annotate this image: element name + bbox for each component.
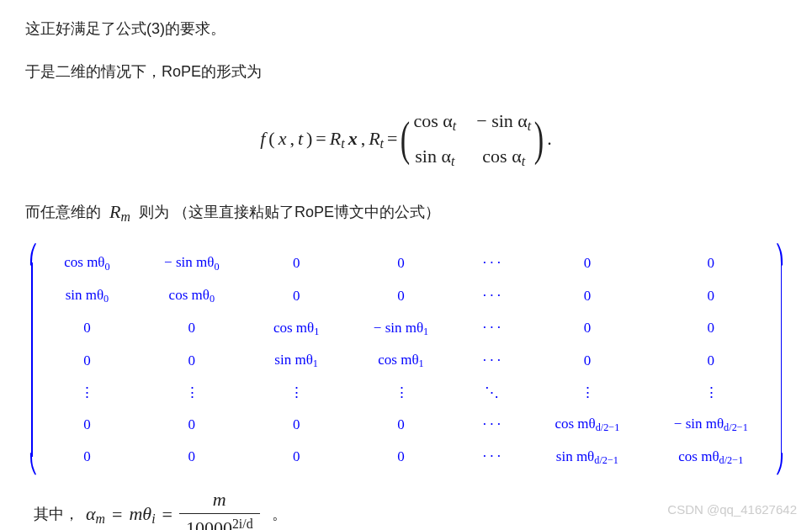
sym-R2-sub: t bbox=[380, 136, 384, 151]
matrix-cell-r5-c5: cos mθd/2−1 bbox=[541, 412, 633, 437]
eq2: = bbox=[162, 500, 172, 529]
matrix-cell-r0-c4: · · · bbox=[469, 252, 514, 274]
big-matrix-grid: cos mθ0− sin mθ000· · ·00sin mθ0cos mθ00… bbox=[40, 246, 772, 474]
matrix-cell-r4-c0: ⋮ bbox=[50, 381, 124, 404]
matrix-2x2: cos αt − sin αt sin αt cos αt bbox=[413, 106, 531, 172]
matrix-cell-r6-c6: cos mθd/2−1 bbox=[661, 445, 762, 469]
matrix-cell-r4-c5: ⋮ bbox=[541, 381, 633, 404]
sym-period: . bbox=[547, 124, 552, 153]
matrix-cell-r0-c2: 0 bbox=[260, 252, 333, 274]
matrix-cell-r4-c3: ⋮ bbox=[360, 381, 443, 404]
matrix-cell-r2-c3: − sin mθ1 bbox=[360, 316, 443, 341]
alpha: α bbox=[86, 503, 96, 524]
m01: − sin α bbox=[476, 110, 528, 131]
Rm-symbol: Rm bbox=[106, 197, 134, 227]
den-base: 10000 bbox=[186, 517, 232, 530]
frac-num: m bbox=[206, 489, 233, 512]
formula-2d-rope: f ( x , t ) = Rt x , Rt = ( cos αt − sin… bbox=[25, 106, 787, 172]
m00: cos α bbox=[413, 110, 452, 131]
end-punct: 。 bbox=[272, 502, 287, 527]
sym-eq2: = bbox=[387, 124, 397, 153]
Rm-m: m bbox=[120, 209, 130, 224]
matrix-cell-r6-c1: 0 bbox=[151, 445, 233, 468]
paragraph-3: 而任意维的 Rm 则为 （这里直接粘贴了RoPE博文中的公式） bbox=[25, 197, 787, 227]
matrix-cell-r0-c6: 0 bbox=[661, 252, 762, 274]
matrix-cell-r0-c3: 0 bbox=[360, 252, 443, 274]
sym-comma2: , bbox=[361, 124, 366, 153]
matrix-cell-r3-c1: 0 bbox=[151, 349, 233, 372]
matrix-cell-r0-c1: − sin mθ0 bbox=[151, 251, 233, 275]
big-paren-right: ⎞⎠ bbox=[772, 246, 787, 474]
frac-den: 100002i/d bbox=[179, 513, 260, 530]
paren-left: ( bbox=[401, 119, 410, 160]
matrix-cell-r5-c1: 0 bbox=[151, 413, 233, 436]
matrix-cell-r3-c3: cos mθ1 bbox=[360, 348, 443, 373]
m00-sub: t bbox=[453, 119, 456, 133]
sym-xbold: x bbox=[348, 124, 358, 153]
p4-pre: 其中， bbox=[34, 502, 79, 527]
matrix-cell-r1-c5: 0 bbox=[541, 284, 633, 307]
p3-post: 则为 （这里直接粘贴了RoPE博文中的公式） bbox=[139, 200, 440, 225]
matrix-cell-r1-c3: 0 bbox=[360, 284, 443, 307]
sym-R1: R bbox=[330, 128, 341, 149]
big-rotation-matrix: ⎛⎝ cos mθ0− sin mθ000· · ·00sin mθ0cos m… bbox=[25, 246, 787, 474]
paragraph-2: 于是二维的情况下，RoPE的形式为 bbox=[25, 60, 787, 84]
m11: cos α bbox=[482, 146, 521, 167]
m01-sub: t bbox=[528, 119, 531, 133]
sym-R1-sub: t bbox=[341, 136, 344, 151]
matrix-cell-r3-c0: 0 bbox=[50, 349, 124, 372]
m: m bbox=[129, 503, 142, 524]
alpha-sub: m bbox=[96, 511, 105, 526]
eq1: = bbox=[112, 500, 122, 529]
matrix-cell-r4-c2: ⋮ bbox=[260, 381, 333, 404]
matrix-cell-r0-c0: cos mθ0 bbox=[50, 251, 124, 275]
matrix-cell-r5-c6: − sin mθd/2−1 bbox=[661, 412, 762, 437]
Rm-R: R bbox=[109, 201, 120, 222]
matrix-cell-r5-c4: · · · bbox=[469, 413, 514, 436]
matrix-cell-r1-c4: · · · bbox=[469, 284, 514, 307]
matrix-cell-r5-c2: 0 bbox=[260, 413, 333, 436]
watermark: CSDN @qq_41627642 bbox=[667, 500, 797, 520]
paragraph-1: 这正好满足了公式(3)的要求。 bbox=[25, 17, 787, 41]
sym-comma: , bbox=[289, 124, 295, 153]
sym-t: t bbox=[298, 124, 303, 153]
matrix-cell-r1-c0: sin mθ0 bbox=[50, 284, 124, 308]
matrix-cell-r6-c3: 0 bbox=[360, 445, 443, 468]
theta-sub: i bbox=[151, 511, 155, 526]
matrix-cell-r2-c6: 0 bbox=[661, 316, 762, 339]
matrix-cell-r1-c1: cos mθ0 bbox=[151, 284, 233, 308]
matrix-cell-r4-c6: ⋮ bbox=[661, 381, 762, 404]
sym-lparen: ( bbox=[268, 124, 274, 153]
matrix-cell-r3-c2: sin mθ1 bbox=[260, 348, 333, 373]
matrix-cell-r4-c4: ⋱ bbox=[469, 381, 514, 404]
fraction: m 100002i/d bbox=[179, 489, 260, 530]
den-exp: 2i/d bbox=[232, 517, 253, 530]
matrix-cell-r1-c2: 0 bbox=[260, 284, 333, 307]
paren-right: ) bbox=[534, 119, 544, 160]
matrix-cell-r3-c5: 0 bbox=[541, 349, 633, 372]
m10-sub: t bbox=[451, 154, 454, 168]
matrix-cell-r3-c4: · · · bbox=[469, 349, 514, 372]
matrix-cell-r5-c0: 0 bbox=[50, 413, 124, 436]
matrix-cell-r4-c1: ⋮ bbox=[151, 381, 233, 404]
matrix-cell-r6-c4: · · · bbox=[469, 445, 514, 468]
sym-R2: R bbox=[369, 128, 379, 149]
matrix-cell-r3-c6: 0 bbox=[661, 349, 762, 372]
matrix-cell-r2-c5: 0 bbox=[541, 316, 633, 339]
sym-x: x bbox=[279, 124, 287, 153]
matrix-cell-r2-c0: 0 bbox=[50, 316, 124, 339]
sym-f: f bbox=[260, 124, 265, 153]
matrix-cell-r2-c1: 0 bbox=[151, 316, 233, 339]
matrix-cell-r6-c2: 0 bbox=[260, 445, 333, 468]
m11-sub: t bbox=[522, 154, 525, 168]
p3-pre: 而任意维的 bbox=[25, 200, 101, 225]
matrix-cell-r6-c0: 0 bbox=[50, 445, 124, 468]
matrix-cell-r2-c4: · · · bbox=[469, 316, 514, 339]
matrix-cell-r0-c5: 0 bbox=[541, 252, 633, 274]
sym-eq: = bbox=[316, 124, 326, 153]
big-paren-left: ⎛⎝ bbox=[25, 246, 40, 474]
matrix-cell-r2-c2: cos mθ1 bbox=[260, 316, 333, 341]
sym-rparen: ) bbox=[306, 124, 312, 153]
matrix-cell-r6-c5: sin mθd/2−1 bbox=[541, 445, 633, 469]
theta: θ bbox=[142, 503, 151, 524]
